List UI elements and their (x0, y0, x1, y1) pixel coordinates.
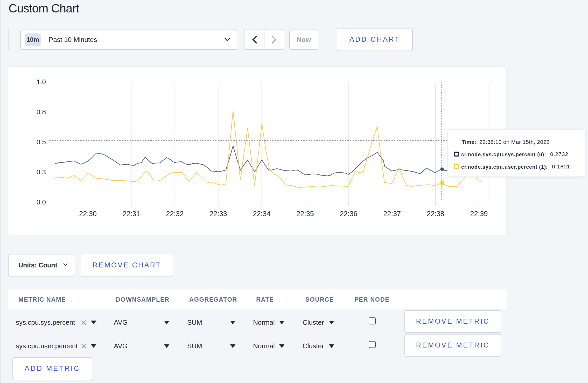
svg-text:22:30: 22:30 (79, 210, 97, 218)
svg-text:0.0: 0.0 (37, 198, 46, 206)
svg-text:22:36: 22:36 (340, 210, 358, 218)
svg-text:22:35: 22:35 (296, 210, 314, 218)
svg-text:22:33: 22:33 (209, 210, 227, 218)
svg-text:22:32: 22:32 (166, 210, 184, 218)
svg-text:22:37: 22:37 (383, 210, 401, 218)
svg-text:22:38: 22:38 (427, 210, 444, 218)
svg-text:0.5: 0.5 (37, 138, 46, 146)
svg-text:1.0: 1.0 (37, 78, 46, 86)
svg-text:22:34: 22:34 (253, 210, 271, 218)
svg-text:0.3: 0.3 (37, 168, 46, 176)
svg-text:0.8: 0.8 (37, 108, 46, 116)
svg-text:22:31: 22:31 (123, 210, 140, 218)
svg-text:22:39: 22:39 (470, 210, 488, 218)
